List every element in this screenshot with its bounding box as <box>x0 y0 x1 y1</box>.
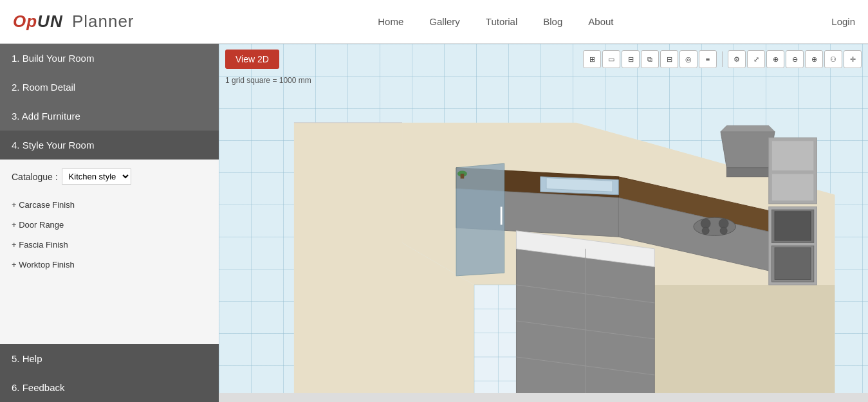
room-scene <box>219 75 868 402</box>
svg-rect-42 <box>771 174 813 201</box>
svg-rect-39 <box>726 168 768 177</box>
svg-rect-52 <box>461 174 465 178</box>
camera-icon[interactable]: ◎ <box>679 50 697 68</box>
view2d-button[interactable]: View 2D <box>225 50 279 69</box>
nav-gallery[interactable]: Gallery <box>429 16 460 27</box>
svg-point-35 <box>702 227 709 234</box>
toolbar-group-left: ⊞ ▭ ⊟ ⧉ ⊟ ◎ ≡ <box>583 50 717 68</box>
logo[interactable]: OpUN Planner <box>13 12 134 32</box>
logo-un: UN <box>37 12 63 31</box>
svg-rect-41 <box>771 141 813 171</box>
toolbar-divider <box>722 51 723 67</box>
person-icon[interactable]: ⚇ <box>824 50 842 68</box>
header: OpUN Planner Home Gallery Tutorial Blog … <box>0 0 868 44</box>
horizontal-scrollbar[interactable] <box>219 393 868 402</box>
zoom-out-icon[interactable]: ⊖ <box>786 50 804 68</box>
globe-icon[interactable]: ⊕ <box>805 50 823 68</box>
nav-tutorial[interactable]: Tutorial <box>486 16 517 27</box>
settings-icon[interactable]: ⚙ <box>728 50 746 68</box>
zoom-in-icon[interactable]: ⊕ <box>766 50 784 68</box>
catalogue-select[interactable]: Kitchen style Modern Classic Rustic <box>62 169 131 185</box>
nav-about[interactable]: About <box>588 16 613 27</box>
sidebar-item-style-room[interactable]: 4. Style Your Room <box>0 131 219 160</box>
nav-home[interactable]: Home <box>378 16 403 27</box>
cross-icon[interactable]: ✛ <box>844 50 862 68</box>
toolbar-group-right: ⚙ ⤢ ⊕ ⊖ ⊕ ⚇ ✛ <box>728 50 862 68</box>
toolbar: View 2D ⊞ ▭ ⊟ ⧉ ⊟ ◎ ≡ ⚙ ⤢ ⊕ ⊖ ⊕ ⚇ ✛ <box>219 44 868 75</box>
room-render[interactable] <box>219 75 868 402</box>
svg-marker-38 <box>721 125 775 131</box>
info-icon[interactable]: ≡ <box>699 50 717 68</box>
sidebar-item-feedback[interactable]: 6. Feedback <box>0 373 219 402</box>
catalogue-row: Catalogue : Kitchen style Modern Classic… <box>12 169 207 185</box>
expand-icon[interactable]: ⤢ <box>747 50 765 68</box>
svg-marker-37 <box>721 132 775 168</box>
main-layout: 1. Build Your Room 2. Room Detail 3. Add… <box>0 44 868 402</box>
svg-point-32 <box>694 217 735 235</box>
square-icon[interactable]: ▭ <box>602 50 620 68</box>
sidebar-spacer <box>0 275 219 344</box>
sidebar-item-build-room[interactable]: 1. Build Your Room <box>0 44 219 73</box>
svg-rect-31 <box>775 248 811 279</box>
copy-icon[interactable]: ⧉ <box>641 50 659 68</box>
style-option-carcase[interactable]: + Carcase Finish <box>0 195 219 215</box>
style-option-fascia[interactable]: + Fascia Finish <box>0 235 219 255</box>
canvas-area: View 2D ⊞ ▭ ⊟ ⧉ ⊟ ◎ ≡ ⚙ ⤢ ⊕ ⊖ ⊕ ⚇ ✛ <box>219 44 868 402</box>
grid-info: 1 grid square = 1000 mm <box>225 76 311 85</box>
svg-rect-29 <box>775 212 811 241</box>
svg-marker-43 <box>456 163 504 276</box>
nav-blog[interactable]: Blog <box>543 16 562 27</box>
nav: Home Gallery Tutorial Blog About <box>160 16 832 27</box>
catalogue-label: Catalogue : <box>12 172 58 182</box>
sidebar-item-add-furniture[interactable]: 3. Add Furniture <box>0 102 219 131</box>
catalogue-area: Catalogue : Kitchen style Modern Classic… <box>0 160 219 195</box>
svg-point-36 <box>720 227 727 234</box>
sidebar-item-room-detail[interactable]: 2. Room Detail <box>0 73 219 102</box>
svg-point-34 <box>719 219 728 228</box>
style-option-door[interactable]: + Door Range <box>0 215 219 235</box>
svg-point-33 <box>701 219 710 228</box>
save-icon[interactable]: ⊟ <box>622 50 640 68</box>
logo-planner: Planner <box>67 12 134 31</box>
print-icon[interactable]: ⊟ <box>660 50 678 68</box>
style-option-worktop[interactable]: + Worktop Finish <box>0 255 219 275</box>
sidebar-item-help[interactable]: 5. Help <box>0 344 219 373</box>
sidebar: 1. Build Your Room 2. Room Detail 3. Add… <box>0 44 219 402</box>
add-icon[interactable]: ⊞ <box>583 50 601 68</box>
logo-brand: Op <box>13 12 37 31</box>
login-button[interactable]: Login <box>831 16 855 27</box>
